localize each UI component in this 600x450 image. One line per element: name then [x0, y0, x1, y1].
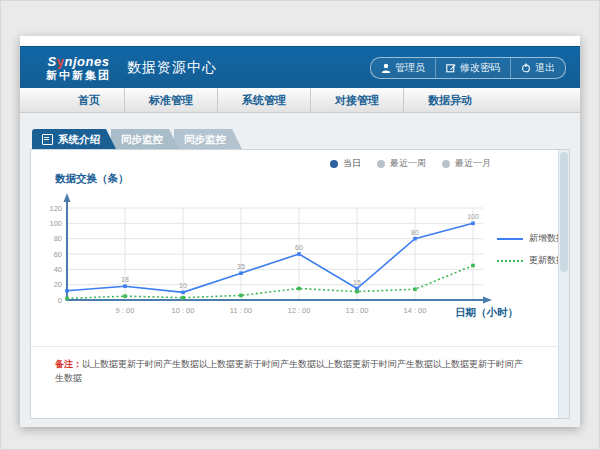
radio-dot-icon	[330, 160, 338, 168]
radio-today[interactable]: 当日	[330, 157, 361, 170]
line-chart: 0204060801001209 : 0010 : 0011 : 0012 : …	[47, 188, 512, 323]
tab-sync-monitor-1[interactable]: 同步监控	[111, 129, 179, 149]
svg-text:13 : 00: 13 : 00	[346, 306, 369, 315]
chart-panel: 当日 最近一周 最近一月 数据交换（条） 0204060801001209 : …	[30, 149, 570, 419]
nav-item-system[interactable]: 系统管理	[217, 88, 310, 112]
svg-text:60: 60	[295, 244, 303, 251]
svg-text:15: 15	[353, 279, 361, 286]
radio-label: 最近一月	[455, 157, 491, 170]
app-header: Synjones 新中新集团 数据资源中心 管理员 修改密码 退出	[20, 46, 580, 88]
radio-dot-icon	[442, 160, 450, 168]
change-password-button[interactable]: 修改密码	[435, 58, 510, 78]
logout-label: 退出	[535, 61, 555, 75]
logo-text: Synjones	[48, 55, 110, 68]
user-menu: 管理员 修改密码 退出	[370, 57, 566, 79]
tab-system-intro[interactable]: 系统介绍	[32, 129, 116, 149]
footnote: 备注：以上数据更新于时间产生数据以上数据更新于时间产生数据以上数据更新于时间产生…	[55, 358, 525, 385]
tab-label: 同步监控	[184, 129, 226, 149]
svg-text:100: 100	[467, 213, 479, 220]
svg-text:100: 100	[49, 219, 62, 228]
svg-text:9 : 00: 9 : 00	[116, 306, 135, 315]
svg-text:10: 10	[179, 282, 187, 289]
solid-line-icon	[497, 238, 523, 240]
radio-label: 当日	[343, 157, 361, 170]
footnote-prefix: 备注：	[55, 359, 82, 369]
svg-text:11 : 00: 11 : 00	[230, 306, 252, 315]
window-top-strip	[20, 36, 580, 46]
radio-label: 最近一周	[390, 157, 426, 170]
user-label: 管理员	[395, 61, 425, 75]
radio-last-month[interactable]: 最近一月	[442, 157, 491, 170]
user-icon	[381, 63, 391, 73]
tab-label: 系统介绍	[58, 129, 100, 149]
nav-item-standards[interactable]: 标准管理	[124, 88, 217, 112]
nav-item-home[interactable]: 首页	[54, 88, 124, 112]
panel-divider	[31, 346, 559, 347]
svg-text:20: 20	[54, 280, 62, 289]
x-axis-title: 日期（小时）	[455, 306, 518, 320]
app-window: Synjones 新中新集团 数据资源中心 管理员 修改密码 退出	[20, 36, 580, 426]
tab-sync-monitor-2[interactable]: 同步监控	[174, 129, 242, 149]
svg-text:120: 120	[49, 204, 62, 213]
svg-text:18: 18	[121, 276, 129, 283]
logo-accent: y	[57, 54, 65, 69]
main-nav: 首页 标准管理 系统管理 对接管理 数据异动	[20, 88, 580, 113]
scrollbar-thumb[interactable]	[560, 152, 568, 272]
screen: Synjones 新中新集团 数据资源中心 管理员 修改密码 退出	[0, 0, 600, 450]
svg-text:80: 80	[411, 229, 419, 236]
page-title: 数据资源中心	[127, 59, 217, 77]
svg-text:14 : 00: 14 : 00	[404, 306, 427, 315]
power-icon	[521, 63, 531, 73]
nav-item-integration[interactable]: 对接管理	[310, 88, 403, 112]
dotted-line-icon	[497, 260, 523, 262]
radio-dot-icon	[377, 160, 385, 168]
company-logo: Synjones 新中新集团	[46, 55, 111, 81]
svg-text:0: 0	[58, 296, 62, 305]
y-axis-title: 数据交换（条）	[55, 172, 129, 186]
legend-item-updated-data: 更新数据	[497, 254, 565, 267]
footnote-text: 以上数据更新于时间产生数据以上数据更新于时间产生数据以上数据更新于时间产生数据以…	[55, 359, 523, 383]
legend-item-new-data: 新增数据	[497, 232, 565, 245]
document-icon	[42, 134, 53, 145]
content-area: 系统介绍 同步监控 同步监控 当日 最近一周	[20, 113, 580, 427]
svg-text:12 : 00: 12 : 00	[288, 306, 311, 315]
logo-subtext: 新中新集团	[46, 70, 111, 81]
svg-text:80: 80	[54, 234, 62, 243]
svg-text:35: 35	[237, 263, 245, 270]
tab-bar: 系统介绍 同步监控 同步监控	[32, 129, 242, 149]
radio-last-week[interactable]: 最近一周	[377, 157, 426, 170]
chart-legend: 新增数据 更新数据	[497, 232, 565, 267]
edit-icon	[446, 63, 456, 73]
logout-button[interactable]: 退出	[510, 58, 565, 78]
change-password-label: 修改密码	[460, 61, 500, 75]
current-user-button[interactable]: 管理员	[371, 58, 435, 78]
svg-text:60: 60	[54, 250, 62, 259]
tab-label: 同步监控	[121, 129, 163, 149]
time-range-filter: 当日 最近一周 最近一月	[330, 157, 491, 170]
nav-item-data-change[interactable]: 数据异动	[403, 88, 496, 112]
svg-text:40: 40	[54, 265, 62, 274]
panel-scrollbar[interactable]	[558, 150, 569, 418]
svg-text:10 : 00: 10 : 00	[172, 306, 195, 315]
